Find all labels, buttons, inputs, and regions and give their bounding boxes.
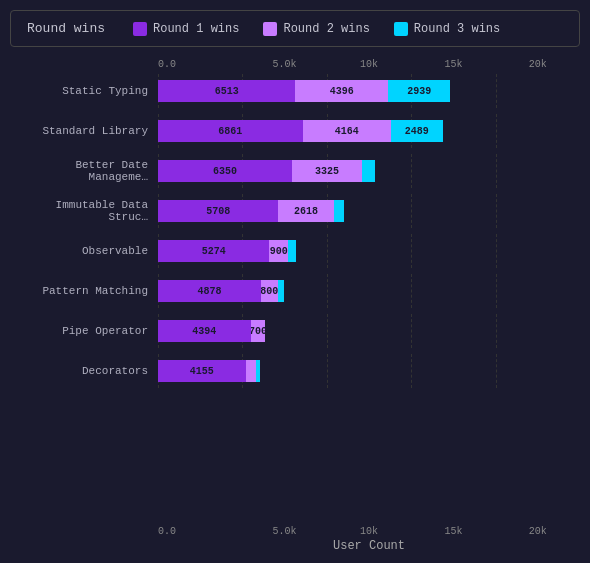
bar-segment-r2-row-1: 4164: [303, 120, 391, 142]
row-label-1: Standard Library: [10, 125, 158, 137]
axis-tick-3: 15k: [411, 59, 495, 70]
bar-segment-r1-row-6: 4394: [158, 320, 251, 342]
bars-7: 4155: [158, 360, 580, 382]
axis-tick-0: 0.0: [158, 59, 242, 70]
bars-3: 57082618: [158, 200, 580, 222]
bar-segment-r1-row-5: 4878: [158, 280, 261, 302]
bars-6: 4394700: [158, 320, 580, 342]
axis-tick-3: 15k: [411, 526, 495, 537]
bar-row-3: Immutable Data Struc…57082618: [10, 194, 580, 228]
bar-segment-r2-row-3: 2618: [278, 200, 333, 222]
bar-track-7: 4155: [158, 354, 580, 388]
axis-tick-1: 5.0k: [242, 526, 326, 537]
bar-row-7: Decorators4155: [10, 354, 580, 388]
bar-segment-r2-row-0: 4396: [295, 80, 388, 102]
row-label-2: Better Date Manageme…: [10, 159, 158, 183]
chart-area: 0.05.0k10k15k20k Static Typing6513439629…: [10, 59, 580, 553]
bars-4: 5274900: [158, 240, 580, 262]
bar-row-0: Static Typing651343962939: [10, 74, 580, 108]
bar-segment-r1-row-1: 6861: [158, 120, 303, 142]
bar-track-5: 4878800: [158, 274, 580, 308]
legend-item-r1: Round 1 wins: [133, 22, 239, 36]
bar-segment-r2-row-2: 3325: [292, 160, 362, 182]
axis-tick-2: 10k: [327, 59, 411, 70]
legend-item-r2: Round 2 wins: [263, 22, 369, 36]
bar-segment-r1-row-2: 6350: [158, 160, 292, 182]
legend-label-r2: Round 2 wins: [283, 22, 369, 36]
bar-segment-r2-row-4: 900: [269, 240, 288, 262]
bar-segment-r1-row-4: 5274: [158, 240, 269, 262]
bar-track-6: 4394700: [158, 314, 580, 348]
bars-1: 686141642489: [158, 120, 580, 142]
bar-segment-r2-row-7: [246, 360, 257, 382]
axis-tick-1: 5.0k: [242, 59, 326, 70]
bar-segment-r2-row-5: 800: [261, 280, 278, 302]
row-label-3: Immutable Data Struc…: [10, 199, 158, 223]
axis-tick-4: 20k: [496, 526, 580, 537]
row-label-0: Static Typing: [10, 85, 158, 97]
rows-container: Static Typing651343962939Standard Librar…: [10, 74, 580, 522]
axis-top: 0.05.0k10k15k20k: [158, 59, 580, 70]
axis-tick-4: 20k: [496, 59, 580, 70]
row-label-6: Pipe Operator: [10, 325, 158, 337]
axis-tick-0: 0.0: [158, 526, 242, 537]
legend-title: Round wins: [27, 21, 105, 36]
bar-segment-r1-row-0: 6513: [158, 80, 295, 102]
bar-row-2: Better Date Manageme…63503325: [10, 154, 580, 188]
bar-track-0: 651343962939: [158, 74, 580, 108]
legend-swatch-r2: [263, 22, 277, 36]
bar-row-6: Pipe Operator4394700: [10, 314, 580, 348]
row-label-7: Decorators: [10, 365, 158, 377]
bar-segment-r3-row-3: [334, 200, 345, 222]
bar-segment-r3-row-0: 2939: [388, 80, 450, 102]
x-axis-title: User Count: [158, 539, 580, 553]
bar-segment-r3-row-4: [288, 240, 295, 262]
bars-5: 4878800: [158, 280, 580, 302]
legend-label-r3: Round 3 wins: [414, 22, 500, 36]
bar-segment-r1-row-3: 5708: [158, 200, 278, 222]
axis-tick-2: 10k: [327, 526, 411, 537]
axis-bottom: 0.05.0k10k15k20k: [158, 526, 580, 537]
legend: Round wins Round 1 wins Round 2 wins Rou…: [10, 10, 580, 47]
bar-segment-r3-row-7: [256, 360, 260, 382]
bar-segment-r3-row-2: [362, 160, 375, 182]
bars-0: 651343962939: [158, 80, 580, 102]
bar-row-4: Observable5274900: [10, 234, 580, 268]
bar-track-3: 57082618: [158, 194, 580, 228]
bar-segment-r1-row-7: 4155: [158, 360, 246, 382]
row-label-5: Pattern Matching: [10, 285, 158, 297]
legend-swatch-r1: [133, 22, 147, 36]
row-label-4: Observable: [10, 245, 158, 257]
legend-item-r3: Round 3 wins: [394, 22, 500, 36]
bar-segment-r2-row-6: 700: [251, 320, 266, 342]
bar-row-1: Standard Library686141642489: [10, 114, 580, 148]
bar-segment-r3-row-1: 2489: [391, 120, 444, 142]
bar-segment-r3-row-5: [278, 280, 284, 302]
bar-track-4: 5274900: [158, 234, 580, 268]
bars-2: 63503325: [158, 160, 580, 182]
legend-label-r1: Round 1 wins: [153, 22, 239, 36]
bar-track-1: 686141642489: [158, 114, 580, 148]
bar-row-5: Pattern Matching4878800: [10, 274, 580, 308]
legend-swatch-r3: [394, 22, 408, 36]
bar-track-2: 63503325: [158, 154, 580, 188]
